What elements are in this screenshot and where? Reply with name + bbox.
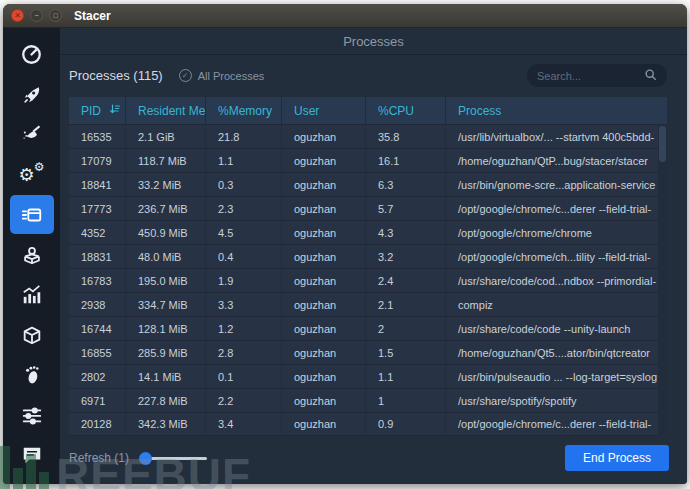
table-row[interactable]: 280214.1 MiB0.1oguzhan1.1/usr/bin/pulsea… (69, 364, 667, 388)
sidebar-item-dashboard[interactable] (10, 35, 54, 74)
cell-pid: 17773 (69, 197, 126, 220)
search-input[interactable] (537, 70, 644, 82)
cell-memory-pct: 2.2 (206, 389, 282, 412)
cell-process: /usr/share/code/code --unity-launch (446, 317, 667, 340)
table-row[interactable]: 16855285.9 MiB2.8oguzhan1.5/home/oguzhan… (69, 340, 667, 364)
cell-resident-mem: 342.3 MiB (126, 413, 206, 435)
table-row[interactable]: 17773236.7 MiB2.3oguzhan5.7/opt/google/c… (69, 196, 667, 220)
cell-process: /usr/bin/gnome-scre...application-servic… (446, 173, 667, 196)
table-row[interactable]: 16783195.0 MiB1.9oguzhan2.4/usr/share/co… (69, 268, 667, 292)
sidebar-item-resources[interactable] (10, 275, 54, 314)
speech-bubble-icon (21, 444, 43, 466)
minimize-button[interactable]: − (30, 9, 43, 22)
column-header-process[interactable]: Process (446, 97, 667, 124)
cell-memory-pct: 0.3 (206, 173, 282, 196)
table-row[interactable]: 1883148.0 MiB0.4oguzhan3.2/opt/google/ch… (69, 244, 667, 268)
cell-resident-mem: 450.9 MiB (126, 221, 206, 244)
broom-icon (21, 124, 43, 146)
cell-user: oguzhan (282, 269, 366, 292)
cell-resident-mem: 236.7 MiB (126, 197, 206, 220)
gnome-foot-icon (21, 364, 43, 386)
sidebar-item-services[interactable]: ⚙⚙ (10, 155, 54, 194)
sidebar-item-system-cleaner[interactable] (10, 115, 54, 154)
cell-memory-pct: 1.9 (206, 269, 282, 292)
table-row[interactable]: 4352450.9 MiB4.5oguzhan4.3/opt/google/ch… (69, 220, 667, 244)
column-header-user[interactable]: User (282, 97, 366, 124)
cell-user: oguzhan (282, 365, 366, 388)
slider-handle[interactable] (139, 452, 152, 465)
table-row[interactable]: 1884133.2 MiB0.3oguzhan6.3/usr/bin/gnome… (69, 172, 667, 196)
cell-pid: 2938 (69, 293, 126, 316)
table-row[interactable]: 165352.1 GiB21.8oguzhan35.8/usr/lib/virt… (69, 124, 667, 148)
column-header-resident-mem[interactable]: Resident Mem (126, 97, 206, 124)
table-scrollbar[interactable] (658, 124, 667, 436)
cell-pid: 20128 (69, 413, 126, 435)
cell-user: oguzhan (282, 245, 366, 268)
table-row[interactable]: 17079118.7 MiB1.1oguzhan16.1/home/oguzha… (69, 148, 667, 172)
cell-memory-pct: 1.1 (206, 149, 282, 172)
cell-resident-mem: 285.9 MiB (126, 341, 206, 364)
cell-cpu-pct: 2 (366, 317, 446, 340)
bar-chart-icon (21, 284, 43, 306)
scrollbar-thumb[interactable] (659, 126, 666, 162)
all-processes-label: All Processes (198, 70, 265, 82)
page-title: Processes (60, 28, 687, 55)
cell-process: compiz (446, 293, 667, 316)
sidebar-item-packages[interactable] (10, 315, 54, 354)
cell-cpu-pct: 1.5 (366, 341, 446, 364)
cell-cpu-pct: 35.8 (366, 125, 446, 148)
refresh-interval-slider[interactable] (139, 452, 207, 465)
column-header-pid[interactable]: PID (69, 97, 126, 124)
table-row[interactable]: 16744128.1 MiB1.2oguzhan2/usr/share/code… (69, 316, 667, 340)
cell-process: /home/oguzhan/QtP...bug/stacer/stacer (446, 149, 667, 172)
maximize-button[interactable]: □ (49, 9, 62, 22)
cell-resident-mem: 334.7 MiB (126, 293, 206, 316)
close-button[interactable]: ✕ (11, 9, 24, 22)
sidebar-item-uninstaller[interactable] (10, 235, 54, 274)
cell-cpu-pct: 2.4 (366, 269, 446, 292)
cell-memory-pct: 21.8 (206, 125, 282, 148)
rocket-icon (21, 84, 43, 106)
cell-resident-mem: 2.1 GiB (126, 125, 206, 148)
end-process-button[interactable]: End Process (565, 445, 669, 471)
process-table: PID Resident Mem %Memory User %CPU Proce (69, 97, 667, 436)
cell-process: /usr/lib/virtualbox/... --startvm 400c5b… (446, 125, 667, 148)
all-processes-checkbox[interactable]: ✓ All Processes (179, 69, 265, 82)
sidebar-item-startup-apps[interactable] (10, 75, 54, 114)
cell-cpu-pct: 0.9 (366, 413, 446, 435)
sidebar-item-settings[interactable] (10, 395, 54, 434)
cell-resident-mem: 14.1 MiB (126, 365, 206, 388)
cell-memory-pct: 1.2 (206, 317, 282, 340)
cell-process: /usr/share/spotify/spotify (446, 389, 667, 412)
cell-process: /opt/google/chrome/c...derer --field-tri… (446, 413, 667, 435)
cell-resident-mem: 195.0 MiB (126, 269, 206, 292)
cell-memory-pct: 2.3 (206, 197, 282, 220)
cell-cpu-pct: 1 (366, 389, 446, 412)
cell-memory-pct: 3.3 (206, 293, 282, 316)
cell-cpu-pct: 6.3 (366, 173, 446, 196)
cell-user: oguzhan (282, 413, 366, 435)
sidebar-item-processes[interactable] (10, 195, 54, 234)
cell-resident-mem: 118.7 MiB (126, 149, 206, 172)
column-header-cpu-pct[interactable]: %CPU (366, 97, 446, 124)
main-panel: Processes Processes (115) ✓ All Processe… (60, 28, 687, 484)
column-header-memory-pct[interactable]: %Memory (206, 97, 282, 124)
table-row[interactable]: 20128342.3 MiB3.4oguzhan0.9/opt/google/c… (69, 412, 667, 436)
sliders-icon (21, 404, 43, 426)
cell-pid: 16855 (69, 341, 126, 364)
window-title: Stacer (74, 9, 111, 23)
cell-process: /home/oguzhan/Qt5....ator/bin/qtcreator (446, 341, 667, 364)
sort-descending-icon (109, 103, 121, 118)
titlebar: ✕ − □ Stacer (3, 4, 687, 28)
sidebar-item-feedback[interactable] (10, 435, 54, 474)
table-row[interactable]: 2938334.7 MiB3.3oguzhan2.1compiz (69, 292, 667, 316)
sidebar: ⚙⚙ (3, 28, 60, 484)
sidebar-item-gnome-settings[interactable] (10, 355, 54, 394)
cell-pid: 4352 (69, 221, 126, 244)
gears-icon: ⚙⚙ (20, 163, 44, 187)
table-row[interactable]: 6971227.8 MiB2.2oguzhan1/usr/share/spoti… (69, 388, 667, 412)
search-icon (644, 67, 657, 85)
cell-pid: 16744 (69, 317, 126, 340)
cell-user: oguzhan (282, 341, 366, 364)
cell-memory-pct: 4.5 (206, 221, 282, 244)
